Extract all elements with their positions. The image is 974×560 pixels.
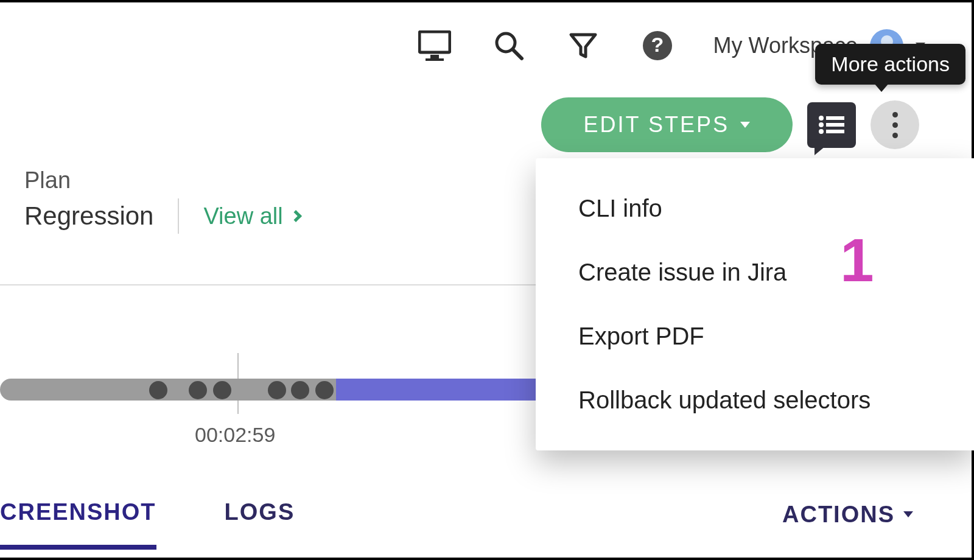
svg-rect-2 (426, 58, 444, 61)
svg-rect-12 (826, 130, 844, 133)
svg-rect-8 (826, 116, 844, 120)
more-actions-button[interactable] (871, 100, 919, 149)
comments-button[interactable] (807, 102, 856, 148)
timeline-marker[interactable] (213, 381, 231, 399)
svg-text:?: ? (651, 33, 664, 56)
tabs-row: CREENSHOT LOGS ACTIONS (0, 484, 950, 545)
dot-icon (892, 112, 898, 117)
chevron-right-icon (290, 210, 302, 222)
divider (178, 198, 179, 234)
timeline-marker[interactable] (189, 381, 207, 399)
timeline-marker[interactable] (268, 381, 286, 399)
view-all-label: View all (203, 203, 282, 229)
menu-item-create-jira[interactable]: Create issue in Jira (536, 240, 974, 304)
svg-line-4 (513, 50, 522, 58)
plan-label: Plan (24, 167, 300, 194)
filter-icon[interactable] (565, 27, 601, 64)
menu-item-export-pdf[interactable]: Export PDF (536, 304, 974, 368)
chevron-down-icon (903, 511, 913, 517)
menu-item-cli-info[interactable]: CLI info (536, 177, 974, 240)
actions-label: ACTIONS (782, 502, 895, 528)
svg-rect-0 (419, 32, 450, 52)
more-actions-menu: CLI info Create issue in Jira Export PDF… (536, 158, 974, 450)
svg-rect-10 (826, 123, 844, 127)
timeline-marker[interactable] (315, 381, 334, 399)
plan-name-row: Regression View all (24, 198, 300, 234)
edit-steps-label: EDIT STEPS (584, 112, 729, 138)
timeline-marker[interactable] (149, 381, 167, 399)
tab-logs[interactable]: LOGS (225, 487, 314, 542)
action-row: EDIT STEPS (0, 97, 974, 152)
dot-icon (892, 133, 898, 138)
help-icon[interactable]: ? (639, 27, 676, 64)
actions-dropdown[interactable]: ACTIONS (782, 502, 950, 528)
svg-rect-1 (430, 55, 439, 58)
plan-name: Regression (24, 201, 153, 231)
search-icon[interactable] (491, 27, 527, 64)
tab-screenshot[interactable]: CREENSHOT (0, 487, 175, 542)
plan-block: Plan Regression View all (24, 167, 300, 234)
list-icon (818, 114, 846, 135)
view-all-link[interactable]: View all (203, 203, 300, 229)
svg-point-7 (819, 116, 824, 121)
menu-item-rollback-selectors[interactable]: Rollback updated selectors (536, 368, 974, 432)
monitor-icon[interactable] (416, 27, 453, 64)
chevron-down-icon (740, 122, 750, 128)
annotation-marker-1: 1 (840, 225, 874, 295)
timeline-time-label: 00:02:59 (195, 423, 275, 447)
more-actions-tooltip: More actions (815, 44, 965, 85)
tooltip-text: More actions (831, 52, 950, 75)
svg-point-11 (819, 129, 824, 134)
svg-point-9 (819, 122, 824, 127)
timeline-marker[interactable] (291, 381, 309, 399)
dot-icon (892, 122, 898, 128)
edit-steps-button[interactable]: EDIT STEPS (541, 97, 793, 152)
